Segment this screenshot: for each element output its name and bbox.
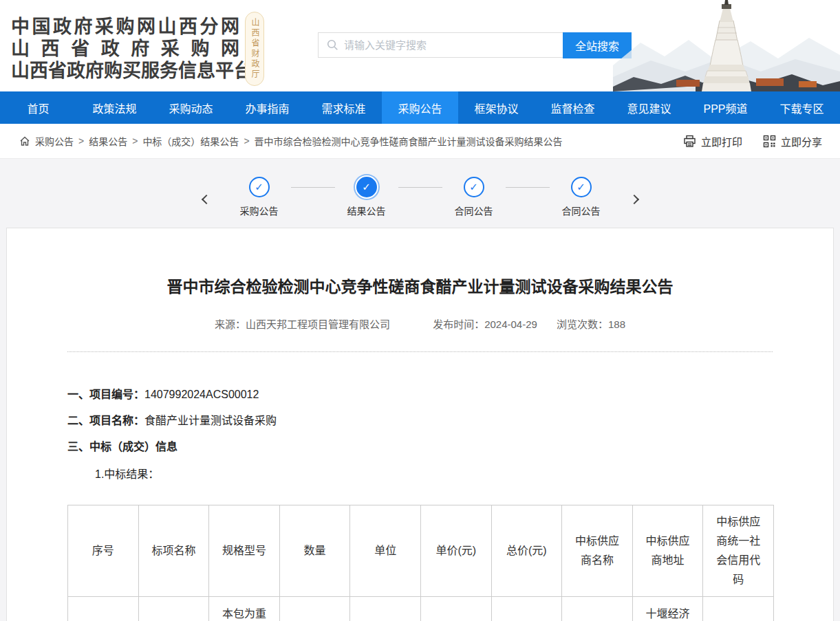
project-number-line: 一、项目编号：1407992024ACS00012 xyxy=(67,389,773,400)
project-name-value: 食醋产业计量测试设备采购 xyxy=(144,415,277,426)
project-number-value: 1407992024ACS00012 xyxy=(144,389,259,400)
nav-item-4[interactable]: 办事指南 xyxy=(229,91,305,124)
table-cell xyxy=(420,597,491,621)
table-header-cell: 序号 xyxy=(68,505,139,597)
table-header-cell: 规格型号 xyxy=(209,505,280,597)
nav-item-6[interactable]: 采购公告 xyxy=(382,91,458,124)
table-cell: 1 xyxy=(68,597,139,621)
step-3[interactable]: ✓合同公告 xyxy=(442,177,506,217)
page-actions: 立即打印 立即分享 xyxy=(683,134,822,149)
breadcrumb-bar: 采购公告>结果公告>中标（成交）结果公告>晋中市综合检验检测中心竞争性磋商食醋产… xyxy=(0,124,840,159)
pagoda-illustration xyxy=(613,0,840,91)
nav-item-10[interactable]: PPP频道 xyxy=(687,91,764,124)
table-cell xyxy=(350,597,421,621)
step-check-icon: ✓ xyxy=(356,177,377,197)
step-label: 合同公告 xyxy=(455,204,493,217)
breadcrumb-item-4[interactable]: 晋中市综合检验检测中心竞争性磋商食醋产业计量测试设备采购结果公告 xyxy=(255,134,563,148)
site-logo: 中国政府采购网山西分网 山西省政府采购网 山西省政府购买服务信息平台 山西省财政… xyxy=(11,12,264,86)
search-input[interactable] xyxy=(344,39,554,51)
step-check-icon: ✓ xyxy=(571,177,592,197)
table-header-cell: 中标供应商名称 xyxy=(562,505,633,597)
site-search: 全站搜索 xyxy=(318,32,632,58)
home-icon[interactable] xyxy=(19,135,30,146)
table-row: 1采购包1本包为重型特殊结构货车（计量检衡车）的采购报价：849000（元）湖北… xyxy=(68,597,774,621)
step-2[interactable]: ✓结果公告 xyxy=(335,177,398,217)
table-cell xyxy=(279,597,350,621)
project-number-label: 一、项目编号： xyxy=(67,389,144,400)
project-name-line: 二、项目名称：食醋产业计量测试设备采购 xyxy=(67,415,773,426)
share-label: 立即分享 xyxy=(781,134,822,149)
site-header: 中国政府采购网山西分网 山西省政府采购网 山西省政府购买服务信息平台 山西省财政… xyxy=(0,0,840,91)
logo-line-1: 中国政府采购网山西分网 xyxy=(11,16,239,38)
procurement-steps: ✓采购公告✓结果公告✓合同公告✓合同公告 xyxy=(0,159,840,228)
nav-item-2[interactable]: 政策法规 xyxy=(76,91,153,124)
step-1[interactable]: ✓采购公告 xyxy=(228,177,291,217)
breadcrumb-separator: > xyxy=(244,135,249,146)
logo-text: 中国政府采购网山西分网 山西省政府采购网 山西省政府购买服务信息平台 xyxy=(11,16,239,82)
table-cell: 本包为重型特殊结构货车（计量检衡车）的采购 xyxy=(209,597,280,621)
main-nav: 首页政策法规采购动态办事指南需求标准采购公告框架协议监督检查意见建议PPP频道下… xyxy=(0,91,840,124)
nav-item-1[interactable]: 首页 xyxy=(0,91,76,124)
breadcrumb-separator: > xyxy=(132,135,138,146)
breadcrumb-separator: > xyxy=(78,135,84,146)
project-name-label: 二、项目名称： xyxy=(67,415,144,426)
step-check-icon: ✓ xyxy=(249,177,270,197)
breadcrumb-item-3[interactable]: 中标（成交）结果公告 xyxy=(142,134,239,148)
article-body: 一、项目编号：1407992024ACS00012 二、项目名称：食醋产业计量测… xyxy=(67,389,773,480)
table-header-cell: 单价(元) xyxy=(420,505,491,597)
qr-share-icon xyxy=(763,135,776,148)
article-source: 来源：山西天邦工程项目管理有限公司 xyxy=(215,318,390,330)
nav-item-9[interactable]: 意见建议 xyxy=(611,91,687,124)
table-header-cell: 数量 xyxy=(279,505,350,597)
steps-next-icon[interactable] xyxy=(629,195,638,204)
table-cell: 报价：849000（元） xyxy=(491,597,562,621)
step-label: 结果公告 xyxy=(347,204,386,217)
award-result-table: 序号标项名称规格型号数量单位单价(元)总价(元)中标供应商名称中标供应商地址中标… xyxy=(67,505,774,621)
step-label: 合同公告 xyxy=(562,204,601,217)
table-header-cell: 中标供应商地址 xyxy=(632,505,703,597)
breadcrumb-item-1[interactable]: 采购公告 xyxy=(35,134,74,148)
steps-prev-icon[interactable] xyxy=(201,195,211,204)
table-cell: 采购包1 xyxy=(138,597,209,621)
nav-item-8[interactable]: 监督检查 xyxy=(535,91,611,124)
breadcrumb: 采购公告>结果公告>中标（成交）结果公告>晋中市综合检验检测中心竞争性磋商食醋产… xyxy=(19,134,563,148)
nav-item-3[interactable]: 采购动态 xyxy=(153,91,229,124)
award-info-line: 三、中标（成交）信息 xyxy=(67,442,773,453)
award-result-subheading: 1.中标结果： xyxy=(95,469,773,480)
search-icon xyxy=(327,39,338,51)
publish-time: 发布时间：2024-04-29 xyxy=(433,318,537,330)
award-info-label: 三、中标（成交）信息 xyxy=(67,441,177,453)
breadcrumb-item-2[interactable]: 结果公告 xyxy=(89,134,127,148)
page-title: 晋中市综合检验检测中心竞争性磋商食醋产业计量测试设备采购结果公告 xyxy=(7,274,833,297)
table-header-cell: 单位 xyxy=(350,505,421,597)
nav-item-5[interactable]: 需求标准 xyxy=(305,91,382,124)
logo-line-2: 山西省政府采购网 xyxy=(11,38,239,60)
step-4[interactable]: ✓合同公告 xyxy=(550,177,613,217)
table-header-cell: 中标供应商统一社会信用代码 xyxy=(703,505,774,597)
announcement-card: 晋中市综合检验检测中心竞争性磋商食醋产业计量测试设备采购结果公告 来源：山西天邦… xyxy=(6,228,834,621)
print-label: 立即打印 xyxy=(701,134,742,149)
view-count: 浏览次数：188 xyxy=(557,318,625,330)
finance-department-badge: 山西省财政厅 xyxy=(245,12,264,86)
step-connector xyxy=(291,187,335,188)
table-cell: 十堰经济开发区白浪中路84号荣港花园1栋4单元202 xyxy=(632,597,703,621)
nav-item-7[interactable]: 框架协议 xyxy=(458,91,535,124)
table-header-cell: 总价(元) xyxy=(491,505,562,597)
step-connector xyxy=(398,187,442,188)
print-button[interactable]: 立即打印 xyxy=(683,134,742,149)
article-meta: 来源：山西天邦工程项目管理有限公司 发布时间：2024-04-29 浏览次数：1… xyxy=(7,316,833,331)
share-button[interactable]: 立即分享 xyxy=(763,134,822,149)
print-icon xyxy=(683,135,696,148)
step-label: 采购公告 xyxy=(240,204,279,217)
table-cell: 91420300316475643K xyxy=(703,597,774,621)
step-connector xyxy=(506,187,550,188)
step-check-icon: ✓ xyxy=(464,177,484,197)
search-box[interactable] xyxy=(318,32,563,58)
divider xyxy=(67,351,773,352)
table-header: 序号标项名称规格型号数量单位单价(元)总价(元)中标供应商名称中标供应商地址中标… xyxy=(68,505,774,597)
table-header-cell: 标项名称 xyxy=(138,505,209,597)
table-cell: 湖北凯瑞专用车销售有限公司 xyxy=(562,597,633,621)
nav-item-11[interactable]: 下载专区 xyxy=(764,91,840,124)
logo-line-3: 山西省政府购买服务信息平台 xyxy=(11,60,239,82)
